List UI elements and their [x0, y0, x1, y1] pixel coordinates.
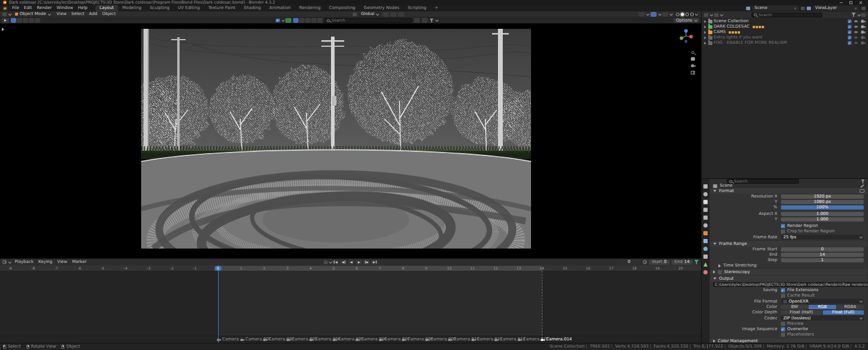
sync-mode-icon[interactable] [323, 261, 327, 264]
color-depth-option[interactable]: Float (Half) [781, 310, 822, 315]
jump-to-start-button[interactable] [332, 260, 339, 265]
frame-end-field[interactable]: End 14 [672, 260, 693, 265]
color-mode-option[interactable]: RGBA [837, 305, 864, 310]
overlays-toggle-icon[interactable] [651, 12, 657, 17]
mode-dropdown[interactable]: Object Mode [13, 12, 53, 17]
placeholders-checkbox[interactable] [781, 333, 785, 337]
addon-mode-5-icon[interactable] [317, 18, 323, 23]
hide-eye-icon[interactable] [854, 19, 858, 23]
editor-type-chevron-icon[interactable] [8, 12, 11, 15]
scene-tab[interactable] [702, 214, 709, 221]
workspace-tab[interactable]: Layout [96, 5, 118, 12]
display-mode-icon[interactable] [714, 13, 718, 17]
close-button[interactable] [859, 1, 863, 4]
unlink-scene-icon[interactable]: × [794, 7, 797, 10]
view-layer-tab[interactable] [702, 207, 709, 213]
crop-to-render-region-checkbox[interactable] [781, 229, 785, 234]
outliner-filter-icon[interactable] [852, 13, 856, 17]
menu-item[interactable]: Help [76, 5, 90, 11]
outliner-editor-icon[interactable] [704, 13, 708, 17]
render-tab[interactable] [702, 191, 709, 198]
codec-dropdown[interactable]: ZIP (lossless) [781, 316, 864, 321]
properties-search-input[interactable] [734, 179, 797, 184]
shading-material-icon[interactable] [685, 13, 689, 16]
render-camera-icon[interactable] [861, 35, 866, 40]
viewlayer-selector[interactable]: ViewLayer × [813, 5, 860, 11]
tool-option-3-icon[interactable] [23, 18, 28, 23]
expand-icon[interactable] [704, 36, 706, 39]
expand-icon[interactable] [704, 41, 706, 44]
format-section-header[interactable]: Format [710, 188, 867, 194]
material-tab[interactable] [702, 269, 709, 276]
workspace-tab[interactable]: Scripting [404, 5, 431, 12]
scene-selector[interactable]: Scene × [752, 5, 799, 11]
gizmos-toggle-icon[interactable] [639, 12, 645, 17]
tool-option-5-icon[interactable] [35, 18, 40, 23]
addon-mode-2-icon[interactable] [299, 18, 305, 23]
file-extensions-checkbox[interactable] [781, 288, 785, 292]
object-tab[interactable] [702, 230, 709, 237]
addon-palette-icon[interactable] [285, 18, 291, 23]
menu-item[interactable]: Window [54, 5, 76, 11]
viewport-menu-item[interactable]: View [54, 12, 69, 16]
viewport-menu-item[interactable]: Add [86, 12, 100, 16]
frame-end-field[interactable]: 14 [781, 253, 864, 258]
timeline-menu-item[interactable]: Keying [36, 260, 55, 264]
timeline-menu-item[interactable]: Playback [13, 260, 36, 264]
hide-eye-icon[interactable] [854, 25, 858, 29]
snap-magnet-icon[interactable] [390, 12, 396, 17]
outliner-search[interactable] [751, 13, 822, 17]
next-keyframe-button[interactable] [363, 260, 370, 265]
filter-icon[interactable] [429, 19, 434, 23]
addon-mode-3-icon[interactable] [305, 18, 311, 23]
play-button[interactable] [356, 260, 362, 265]
camera-view-icon[interactable] [691, 64, 696, 68]
time-stretching-subpanel[interactable]: Time Stretching [710, 263, 867, 268]
format-presets-icon[interactable] [860, 189, 864, 193]
viewport-3d[interactable] [0, 23, 701, 258]
hide-eye-icon[interactable] [854, 30, 858, 34]
new-scene-icon[interactable] [801, 7, 805, 10]
workspace-tab[interactable]: Sculpting [145, 5, 174, 12]
selectability-checkbox[interactable] [848, 36, 851, 40]
frame-range-section-header[interactable]: Frame Range [710, 241, 867, 247]
viewport-menu-item[interactable]: Object [100, 12, 118, 16]
expand-icon[interactable] [704, 25, 706, 28]
remove-viewlayer-icon[interactable]: × [854, 7, 857, 10]
render-camera-icon[interactable] [861, 25, 866, 29]
object-data-tab[interactable] [702, 261, 709, 268]
output-section-header[interactable]: Output [710, 276, 867, 282]
resolution-x-field[interactable]: 1920 px [781, 195, 864, 199]
blender-menu-icon[interactable] [2, 6, 8, 11]
addon-toggle-icon[interactable] [276, 19, 280, 23]
color-management-section-header[interactable]: Color Management [710, 338, 867, 343]
perspective-toggle-icon[interactable] [691, 71, 695, 74]
outliner-row[interactable]: Extra lights if you want [702, 35, 868, 40]
editor-type-icon[interactable] [2, 13, 7, 16]
aspect-x-field[interactable]: 1.000 [781, 212, 864, 217]
active-tool-icon[interactable] [2, 18, 9, 23]
resolution-y-field[interactable]: 1080 px [781, 200, 864, 205]
outliner-row[interactable]: FOG - ENABLE FOR MORE REALISM [702, 40, 868, 46]
orientation-dropdown[interactable]: Global [359, 12, 381, 17]
render-camera-icon[interactable] [861, 41, 866, 45]
hide-eye-icon[interactable] [854, 41, 858, 45]
Camera[interactable]: Camera [217, 337, 238, 342]
shading-solid-icon[interactable] [681, 13, 684, 16]
viewport-menu-item[interactable]: Select [69, 12, 87, 16]
addon-mode-1-icon[interactable] [293, 18, 299, 23]
properties-filter-icon[interactable] [861, 180, 865, 184]
menu-item[interactable]: File [10, 5, 22, 11]
frame-start-field[interactable]: Start 0 [649, 260, 670, 265]
tool-tab[interactable] [702, 183, 709, 190]
constraints-tab[interactable] [702, 253, 709, 260]
expand-icon[interactable] [704, 31, 706, 34]
menu-item[interactable]: Edit [22, 5, 35, 11]
workspace-tab[interactable]: Geometry Nodes [360, 5, 404, 12]
color-mode-option[interactable]: RGB [809, 305, 836, 310]
frame-start-field[interactable]: 0 [781, 247, 864, 252]
auto-keying-icon[interactable] [643, 260, 647, 264]
stereoscopy-checkbox[interactable] [718, 270, 721, 274]
minimize-button[interactable] [840, 2, 843, 3]
outliner-row[interactable]: DARK COLDESAC [702, 24, 868, 29]
